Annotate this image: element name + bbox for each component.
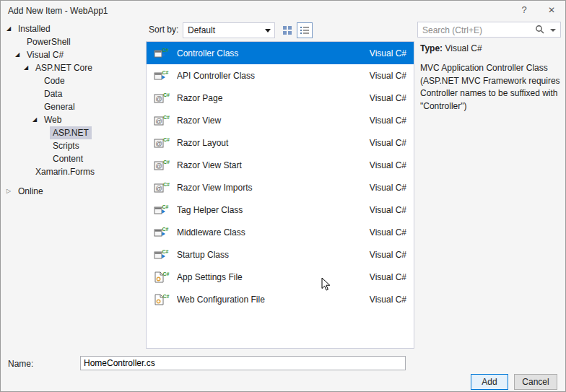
template-item-label: Middleware Class: [177, 227, 370, 238]
name-input[interactable]: [80, 356, 406, 370]
template-item-label: Razor View Imports: [177, 183, 370, 193]
tree-item-code[interactable]: Code: [4, 74, 144, 87]
template-item-razor-layout[interactable]: Razor Layout Visual C#: [147, 131, 414, 154]
expander-icon[interactable]: [6, 185, 15, 198]
file-icon: [152, 270, 171, 284]
list-view-button[interactable]: [297, 22, 313, 38]
tree-item-label: Installed: [15, 22, 53, 35]
search-dropdown-icon[interactable]: [550, 29, 556, 32]
class-icon: [152, 203, 171, 217]
help-button[interactable]: ?: [512, 1, 536, 19]
add-button[interactable]: Add: [471, 374, 508, 390]
tree-item-powershell[interactable]: PowerShell: [4, 35, 144, 48]
description-panel: Type: Visual C# MVC Application Controll…: [420, 43, 560, 113]
template-item-razor-page[interactable]: Razor Page Visual C#: [147, 87, 414, 109]
template-item-label: Startup Class: [177, 250, 370, 260]
expander-icon[interactable]: [24, 61, 32, 74]
tree-item-content[interactable]: Content: [4, 152, 144, 165]
tree-item-label: General: [41, 100, 78, 113]
class-icon: [152, 248, 171, 262]
razor-icon: [152, 158, 171, 173]
tree-item-label: Scripts: [50, 139, 82, 152]
close-icon: ✕: [548, 5, 555, 15]
class-icon: [152, 46, 171, 61]
window-title: Add New Item - WebApp1: [8, 6, 108, 16]
template-item-razor-view-start[interactable]: Razor View Start Visual C#: [147, 154, 414, 176]
template-list: Controller Class Visual C# API Controlle…: [146, 41, 414, 349]
category-tree: Installed PowerShell Visual C# ASP.NET C…: [4, 22, 144, 347]
name-label: Name:: [8, 359, 33, 369]
template-item-label: Razor Layout: [177, 138, 370, 148]
tree-item-label: Online: [15, 185, 46, 198]
expander-icon[interactable]: [32, 113, 41, 126]
tree-item-general[interactable]: General: [4, 100, 144, 113]
template-item-app-settings-file[interactable]: App Settings File Visual C#: [147, 266, 414, 288]
template-item-razor-view[interactable]: Razor View Visual C#: [147, 109, 414, 131]
razor-icon: [152, 113, 171, 128]
tree-item-aspnet[interactable]: ASP.NET: [4, 126, 144, 139]
template-item-tag-helper-class[interactable]: Tag Helper Class Visual C#: [147, 199, 414, 221]
type-value: Visual C#: [445, 43, 482, 53]
search-box[interactable]: [417, 22, 561, 38]
small-icons-view-icon: [282, 25, 292, 35]
tree-item-installed[interactable]: Installed: [4, 22, 144, 35]
add-new-item-dialog: Add New Item - WebApp1 ? ✕ Sort by: Defa…: [0, 0, 566, 392]
template-item-language: Visual C#: [370, 227, 406, 238]
tree-item-xamarin-forms[interactable]: Xamarin.Forms: [4, 165, 144, 178]
template-item-web-configuration-file[interactable]: Web Configuration File Visual C#: [147, 288, 414, 310]
template-item-label: Razor Page: [177, 93, 370, 103]
tree-item-visual-csharp[interactable]: Visual C#: [4, 48, 144, 61]
list-view-icon: [300, 25, 310, 35]
tree-item-label: ASP.NET Core: [32, 61, 95, 74]
template-item-middleware-class[interactable]: Middleware Class Visual C#: [147, 221, 414, 243]
template-item-api-controller-class[interactable]: API Controller Class Visual C#: [147, 64, 414, 87]
template-item-label: Razor View: [177, 116, 370, 126]
tree-item-web[interactable]: Web: [4, 113, 144, 126]
tree-item-label: Content: [50, 152, 86, 165]
template-item-language: Visual C#: [370, 205, 406, 215]
razor-icon: [152, 91, 171, 105]
razor-icon: [152, 136, 171, 150]
template-item-language: Visual C#: [370, 272, 406, 282]
template-item-language: Visual C#: [370, 93, 406, 103]
tree-item-label: ASP.NET: [50, 126, 92, 139]
template-item-controller-class[interactable]: Controller Class Visual C#: [147, 42, 414, 64]
template-item-label: API Controller Class: [177, 71, 370, 81]
template-item-label: Tag Helper Class: [177, 205, 370, 215]
sort-by-label: Sort by:: [149, 25, 178, 35]
template-item-label: Controller Class: [177, 48, 370, 58]
file-icon: [152, 292, 171, 307]
tree-item-label: Visual C#: [24, 48, 66, 61]
sort-by-dropdown[interactable]: Default: [183, 22, 275, 38]
small-icons-view-button[interactable]: [279, 22, 295, 38]
template-item-language: Visual C#: [370, 250, 406, 260]
tree-item-online[interactable]: Online: [4, 185, 144, 198]
cancel-button[interactable]: Cancel: [514, 374, 557, 390]
tree-item-label: Code: [41, 74, 68, 87]
tree-item-aspnet-core[interactable]: ASP.NET Core: [4, 61, 144, 74]
template-item-language: Visual C#: [370, 295, 406, 305]
expander-icon[interactable]: [15, 48, 24, 61]
search-input[interactable]: [421, 23, 532, 38]
sort-by-value: Default: [188, 25, 215, 35]
template-item-language: Visual C#: [370, 138, 406, 148]
template-item-language: Visual C#: [370, 48, 406, 58]
close-button[interactable]: ✕: [539, 1, 564, 19]
search-icon: [535, 25, 544, 34]
tree-item-data[interactable]: Data: [4, 87, 144, 100]
expander-icon[interactable]: [6, 22, 15, 35]
help-icon: ?: [521, 4, 526, 15]
razor-icon: [152, 180, 171, 195]
template-description: MVC Application Controller Class (ASP.NE…: [420, 62, 560, 113]
tree-item-label: Data: [41, 87, 65, 100]
tree-item-scripts[interactable]: Scripts: [4, 139, 144, 152]
template-item-label: App Settings File: [177, 272, 370, 282]
template-item-language: Visual C#: [370, 160, 406, 170]
template-item-language: Visual C#: [370, 183, 406, 193]
template-item-razor-view-imports[interactable]: Razor View Imports Visual C#: [147, 176, 414, 199]
titlebar[interactable]: Add New Item - WebApp1 ? ✕: [1, 1, 565, 21]
tree-item-label: Web: [41, 113, 64, 126]
template-item-startup-class[interactable]: Startup Class Visual C#: [147, 243, 414, 266]
tree-item-label: Xamarin.Forms: [32, 165, 97, 178]
template-item-language: Visual C#: [370, 71, 406, 81]
